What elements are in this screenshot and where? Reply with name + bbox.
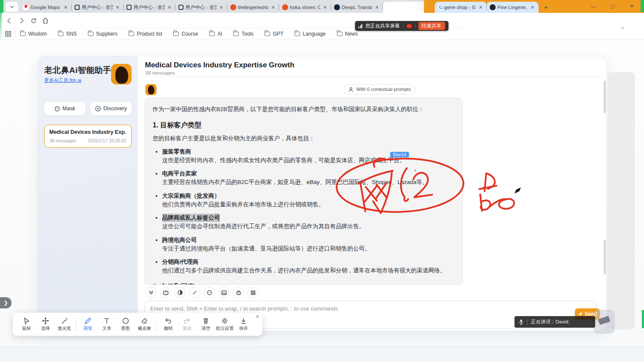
floating-widget[interactable] [593,310,615,334]
tab-lingerie-shop[interactable]: Glingerie shop - G✕ [435,2,487,13]
tool-mouse[interactable]: 鼠标 [17,317,36,332]
tool-eraser[interactable]: 橡皮擦 [135,317,154,332]
close-icon[interactable]: ✕ [322,5,328,10]
message-input[interactable] [150,305,591,312]
panel-expand-handle[interactable]: ❯ [0,297,12,308]
list-item: 大宗采购商（批发商）他们负责将内衣产品批量采购并在本地市场上进行分销或销售。 [162,192,454,209]
mask-icon[interactable] [204,287,215,298]
list-item: 电商平台卖家主要经营在线销售内衣产品的B2C平台商家，如亚马逊、eBay、阿里巴… [162,169,454,187]
folder-icon [265,32,270,36]
right-collapsed-panel [608,72,635,329]
scrollbar-thumb[interactable] [604,240,606,275]
bookmark-product-list[interactable]: Product list [129,31,162,37]
cube-icon [178,5,184,10]
bookmark-wisdom[interactable]: Wisdom [20,31,47,37]
close-icon[interactable]: ✕ [114,5,120,10]
bookmark-suppliers[interactable]: Suppliers [88,31,117,37]
toolbar-close-icon[interactable]: ✕ [256,314,259,320]
new-tab-button[interactable]: + [541,3,551,12]
tool-settings[interactable]: 批注设置 [215,317,234,332]
save-icon [240,317,247,325]
tab-ai-assistant-active[interactable]: 老北鼻AI智能助手✕ [383,2,435,13]
tab-google-maps[interactable]: Google Maps✕ [20,2,72,13]
eraser-icon [141,317,148,325]
tool-pen[interactable]: 画笔 [78,317,97,332]
close-icon[interactable]: ✕ [374,5,380,10]
minimize-button[interactable]: — [584,0,603,12]
scrollbar-thumb[interactable] [604,81,606,113]
chat-actions-row [145,287,259,298]
close-icon[interactable]: ✕ [166,5,172,10]
chat-item-title: Medical Devices Industry Exp... [49,129,126,135]
discovery-button[interactable]: Discovery [90,102,132,115]
tool-shape[interactable]: 图形 [116,317,135,332]
folder-icon [233,32,239,36]
list-item: 跨境电商公司专注于通过跨境电商平台（如速卖通、亚马逊国际站等）进行进口和销售的公… [162,236,454,253]
chat-app-window: 老北鼻Ai智能助手 更多Ai工具:lbb.ai Mask Discovery M… [38,56,607,331]
close-icon[interactable]: ✕ [530,5,536,10]
tab-fine-lingerie[interactable]: Fine Lingerie, Sle✕ [487,2,539,13]
cube-icon [126,5,132,10]
chevron-double-down-icon[interactable] [145,287,156,298]
back-button[interactable] [3,15,15,27]
magic-wand-icon[interactable] [189,287,200,298]
bookmark-tools[interactable]: Tools [233,31,253,37]
bookmarks-bar: Wisdom SNS Suppliers Product list Course… [0,28,644,39]
orange-site-icon [282,4,288,10]
close-icon[interactable]: ✕ [270,5,276,10]
undo-icon [164,317,172,325]
tool-redo[interactable]: 重做 [178,317,196,332]
tab-thelingerieshop[interactable]: thelingerieshop✕ [227,2,279,13]
share-border-fragment [641,0,644,12]
robot-face-icon[interactable] [160,287,171,298]
theme-icon[interactable] [175,287,186,298]
window-close-button[interactable]: ✕ [622,0,641,12]
home-button[interactable] [39,15,51,27]
tab-search-button[interactable] [6,2,18,12]
section-heading-1: 1. 目标客户类型 [153,120,454,130]
list-item: 品牌商或私人标签公司这些公司可能会寻找制造商进行代工生产，或将您的产品作为其自有… [162,214,454,231]
tool-clear[interactable]: 清空 [196,317,215,332]
close-icon[interactable]: ✕ [478,5,484,10]
move-icon [42,317,49,325]
tab-user-center-2[interactable]: 用户中心 - 首页✕ [123,2,175,13]
tab-deepl[interactable]: DeepL Translate✕ [331,2,383,13]
bookmark-language[interactable]: Language [295,31,325,37]
bot-icon[interactable] [233,287,244,298]
close-icon[interactable]: ✕ [63,5,69,10]
sharing-status-text: 您正在共享屏幕 [365,23,400,29]
app-avatar [111,64,132,84]
image-icon[interactable] [218,287,229,298]
grid-icon[interactable] [247,287,259,298]
tab-user-center-3[interactable]: 用户中心 - 首页✕ [175,2,227,13]
tool-laser-pen[interactable]: 激光笔 [55,317,74,332]
restore-button[interactable]: ▢ [603,0,622,12]
contextual-prompts-pill[interactable]: With 0 contextual prompts [343,84,415,94]
bookmark-sns[interactable]: SNS [58,31,77,37]
assistant-message: 作为一家中国的性感内衣B2B贸易商，以下是您可能的目标客户类型、市场和国家以及采… [144,98,463,285]
trash-icon [202,317,210,325]
more-tools-link[interactable]: 更多Ai工具:lbb.ai [44,77,81,84]
chat-history-item[interactable]: Medical Devices Industry Exp... 38 messa… [44,125,132,148]
forward-button[interactable] [15,15,27,27]
tool-undo[interactable]: 撤销 [159,317,178,332]
stop-sharing-button[interactable]: 结束共享 [418,22,445,30]
bookmark-course[interactable]: Course [173,31,198,37]
google-g-icon: G [438,4,444,10]
bookmark-news[interactable]: News [337,31,358,37]
sharing-signal-icon [358,24,362,28]
tool-select[interactable]: 选择 [36,317,55,332]
bookmark-gpt[interactable]: GPT [265,31,283,37]
reload-button[interactable] [27,15,39,27]
mask-button[interactable]: Mask [44,102,85,115]
close-icon[interactable]: ✕ [218,5,224,10]
tab-hoka-shoes[interactable]: hoka shoes: Ove✕ [279,2,331,13]
tool-text[interactable]: 文本 [97,317,116,332]
folder-icon [173,32,179,36]
tool-save[interactable]: 保存 [234,317,253,332]
page-title: Medical Devices Industry Expertise Growt… [145,61,295,69]
apps-grid-icon[interactable] [5,31,11,37]
tab-user-center-1[interactable]: 用户中心 - 首页✕ [72,2,123,13]
mask-icon [54,106,60,112]
bookmark-ai[interactable]: AI [209,31,222,37]
